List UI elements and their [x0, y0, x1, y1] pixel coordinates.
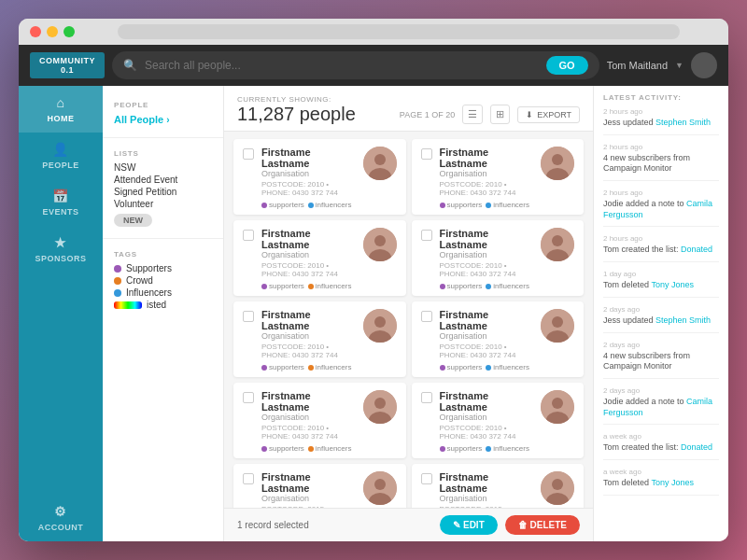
app-body: ⌂ HOME 👤 PEOPLE 📅 EVENTS ★ SPONSORS ⚙ AC… [19, 86, 728, 541]
people-section-label: PEOPLE [114, 101, 212, 109]
close-dot[interactable] [30, 26, 41, 37]
card-checkbox[interactable] [421, 230, 432, 241]
user-name: Tom Maitland [607, 60, 668, 71]
lists-section: LISTS NSW Attended Event Signed Petition… [103, 144, 223, 232]
avatar [363, 228, 397, 261]
sidebar-item-account[interactable]: ⚙ ACCOUNT [19, 495, 103, 541]
activity-time: 2 hours ago [603, 143, 719, 151]
all-people-link[interactable]: All People › [114, 113, 212, 126]
tag-isted[interactable]: isted [114, 299, 212, 311]
svg-point-16 [374, 316, 386, 328]
sidebar-item-sponsors[interactable]: ★ SPONSORS [19, 226, 103, 273]
list-item-nsw[interactable]: NSW [114, 161, 212, 174]
card-name: Firstname Lastname [440, 390, 534, 413]
export-button[interactable]: ⬇ EXPORT [517, 106, 580, 123]
sidebar-item-home[interactable]: ⌂ HOME [19, 86, 103, 133]
card-checkbox[interactable] [243, 148, 254, 160]
cards-grid: Firstname Lastname Organisation POSTCODE… [233, 139, 584, 508]
activity-link[interactable]: Stephen Smith [655, 315, 711, 325]
card-tag: influencers [486, 282, 529, 290]
card-checkbox[interactable] [421, 392, 432, 403]
person-card[interactable]: Firstname Lastname Organisation POSTCODE… [233, 220, 406, 296]
grid-view-button[interactable]: ⊞ [490, 105, 510, 124]
card-tags: supporters influencers [440, 282, 534, 290]
go-button[interactable]: GO [546, 56, 588, 75]
avatar [363, 309, 397, 343]
tag-influencers[interactable]: Influencers [114, 287, 212, 299]
card-checkbox[interactable] [421, 311, 432, 322]
avatar [363, 390, 397, 424]
card-details: POSTCODE: 2010 • PHONE: 0430 372 744 [261, 180, 356, 197]
expand-dot[interactable] [63, 26, 75, 37]
home-icon: ⌂ [57, 95, 65, 110]
card-checkbox[interactable] [243, 311, 254, 322]
person-card[interactable]: Firstname Lastname Organisation POSTCODE… [412, 383, 585, 458]
svg-point-22 [374, 398, 386, 409]
card-info: Firstname Lastname Organisation POSTCODE… [261, 147, 356, 209]
card-checkbox[interactable] [243, 392, 254, 403]
card-details: POSTCODE: 2010 • PHONE: 0430 372 744 [440, 180, 534, 197]
card-info: Firstname Lastname Organisation POSTCODE… [261, 309, 356, 371]
titlebar [19, 19, 728, 45]
person-card[interactable]: Firstname Lastname Organisation POSTCODE… [412, 139, 585, 215]
new-list-button[interactable]: NEW [114, 214, 152, 227]
chevron-down-icon: ▼ [675, 61, 684, 70]
card-checkbox[interactable] [243, 230, 254, 241]
sidebar-item-events[interactable]: 📅 EVENTS [19, 179, 103, 226]
search-icon: 🔍 [123, 59, 137, 72]
list-item-attended[interactable]: Attended Event [114, 174, 212, 186]
card-checkbox[interactable] [421, 148, 432, 160]
card-tags: supporters influencers [261, 363, 356, 371]
edit-button[interactable]: ✎ EDIT [440, 515, 498, 535]
tag-supporters[interactable]: Supporters [114, 262, 212, 274]
person-card[interactable]: Firstname Lastname Organisation POSTCODE… [233, 464, 406, 508]
svg-point-10 [374, 235, 386, 246]
activity-text: 4 new subscribers from Campaign Monitor [603, 351, 719, 372]
card-details: POSTCODE: 2010 • PHONE: 0430 372 744 [440, 424, 534, 441]
activity-link[interactable]: Donated [681, 442, 712, 452]
activity-item: a week ago Tom created the list: Donated [603, 432, 719, 460]
sidebar-item-people[interactable]: 👤 PEOPLE [19, 133, 103, 179]
activity-link[interactable]: Tony Jones [651, 478, 694, 487]
person-card[interactable]: Firstname Lastname Organisation POSTCODE… [233, 383, 406, 458]
card-checkbox[interactable] [243, 473, 254, 484]
person-card[interactable]: Firstname Lastname Organisation POSTCODE… [233, 139, 406, 215]
person-card[interactable]: Firstname Lastname Organisation POSTCODE… [412, 220, 585, 296]
person-card[interactable]: Firstname Lastname Organisation POSTCODE… [412, 301, 585, 377]
activity-text: Tom deleted Tony Jones [603, 280, 719, 291]
sidebar: ⌂ HOME 👤 PEOPLE 📅 EVENTS ★ SPONSORS ⚙ AC… [19, 86, 103, 541]
activity-link[interactable]: Stephen Smith [655, 118, 711, 127]
svg-point-13 [552, 235, 563, 246]
card-details: POSTCODE: 2015 • PHONE: 0430 373 744 [261, 505, 356, 508]
card-tag: influencers [308, 363, 352, 371]
person-card[interactable]: Firstname Lastname Organisation POSTCODE… [233, 301, 406, 377]
search-input[interactable] [145, 59, 539, 72]
card-tag: influencers [308, 444, 352, 453]
card-checkbox[interactable] [421, 473, 432, 484]
url-bar [118, 24, 680, 39]
activity-time: 1 day ago [603, 270, 719, 278]
tag-crowd[interactable]: Crowd [114, 274, 212, 287]
activity-time: 2 hours ago [603, 234, 719, 243]
card-info: Firstname Lastname Organisation POSTCODE… [440, 390, 534, 453]
card-tags: supporters influencers [261, 444, 356, 453]
card-org: Organisation [261, 331, 356, 341]
person-card[interactable]: Firstname Lastname Organisation POSTCODE… [412, 464, 585, 508]
svg-point-31 [552, 479, 563, 490]
card-org: Organisation [261, 169, 356, 178]
card-info: Firstname Lastname Organisation POSTCODE… [440, 147, 534, 209]
activity-item: 2 hours ago 4 new subscribers from Campa… [603, 143, 719, 181]
list-view-button[interactable]: ☰ [462, 105, 483, 124]
card-tags: supporters influencers [261, 282, 356, 290]
list-item-volunteer[interactable]: Volunteer [114, 198, 212, 210]
card-details: POSTCODE: 2010 • PHONE: 0430 372 744 [261, 261, 356, 278]
card-tag: influencers [486, 201, 529, 209]
list-item-petition[interactable]: Signed Petition [114, 186, 212, 198]
activity-link[interactable]: Tony Jones [651, 280, 694, 289]
minimize-dot[interactable] [47, 26, 58, 37]
delete-button[interactable]: 🗑 DELETE [505, 515, 580, 535]
card-info: Firstname Lastname Organisation POSTCODE… [440, 471, 534, 508]
card-tag: supporters [440, 444, 483, 453]
card-tags: supporters influencers [440, 444, 534, 453]
activity-link[interactable]: Donated [681, 245, 712, 254]
